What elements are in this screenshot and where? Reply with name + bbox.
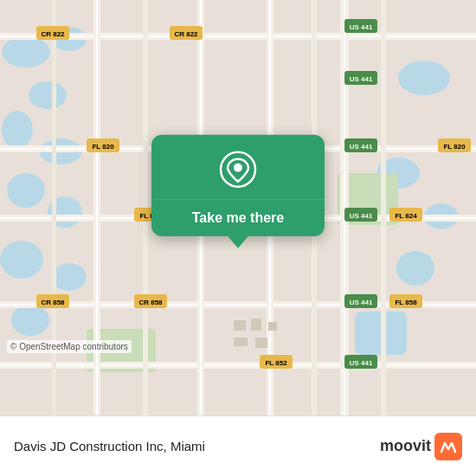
svg-rect-19	[0, 35, 476, 37]
location-pin-icon	[219, 150, 257, 188]
svg-rect-35	[344, 0, 345, 415]
svg-point-83	[234, 163, 242, 171]
svg-point-4	[2, 111, 33, 149]
svg-point-6	[7, 173, 45, 208]
map-container: CR 822 CR 822 US 441 US 441 US 441 FL 82…	[0, 0, 476, 415]
moovit-icon	[434, 433, 462, 460]
svg-text:US 441: US 441	[350, 299, 373, 306]
svg-rect-84	[434, 433, 462, 460]
svg-text:US 441: US 441	[350, 143, 373, 151]
business-info: Davis JD Construction Inc, Miami	[14, 439, 205, 453]
svg-text:US 441: US 441	[350, 212, 373, 220]
business-name: Davis JD Construction Inc, Miami	[14, 439, 205, 453]
svg-text:FL 858: FL 858	[395, 299, 417, 306]
svg-rect-77	[251, 318, 261, 331]
svg-text:CR 822: CR 822	[174, 30, 198, 38]
svg-text:CR 858: CR 858	[41, 299, 65, 306]
popup-arrow	[228, 235, 248, 248]
svg-text:CR 822: CR 822	[41, 30, 65, 38]
moovit-text: moovit	[380, 437, 431, 455]
svg-rect-27	[0, 364, 476, 366]
svg-text:FL 824: FL 824	[395, 212, 417, 220]
svg-rect-76	[234, 320, 246, 331]
moovit-logo: moovit	[380, 433, 462, 460]
svg-rect-79	[234, 338, 248, 346]
svg-point-10	[11, 305, 49, 336]
svg-point-8	[0, 241, 43, 279]
svg-point-1	[2, 36, 50, 68]
popup-pin-area	[151, 134, 325, 198]
bottom-bar: Davis JD Construction Inc, Miami moovit	[0, 415, 476, 476]
svg-text:US 441: US 441	[350, 23, 373, 31]
svg-text:FL 852: FL 852	[265, 359, 287, 367]
svg-point-14	[396, 251, 434, 286]
svg-rect-78	[268, 322, 277, 331]
svg-text:US 441: US 441	[350, 75, 373, 83]
svg-point-9	[52, 263, 87, 291]
map-attribution: © OpenStreetMap contributors	[7, 340, 132, 353]
svg-point-11	[398, 61, 450, 95]
svg-rect-38	[381, 0, 386, 415]
svg-rect-29	[96, 0, 98, 415]
svg-rect-80	[255, 338, 267, 348]
svg-text:FL 820: FL 820	[443, 143, 466, 151]
svg-point-3	[29, 81, 67, 109]
svg-text:US 441: US 441	[350, 359, 373, 367]
svg-text:FL 820: FL 820	[92, 143, 114, 151]
svg-rect-39	[52, 0, 56, 415]
map-popup: Take me there	[151, 134, 325, 235]
svg-text:CR 858: CR 858	[138, 299, 163, 306]
take-me-there-button[interactable]: Take me there	[151, 198, 325, 235]
